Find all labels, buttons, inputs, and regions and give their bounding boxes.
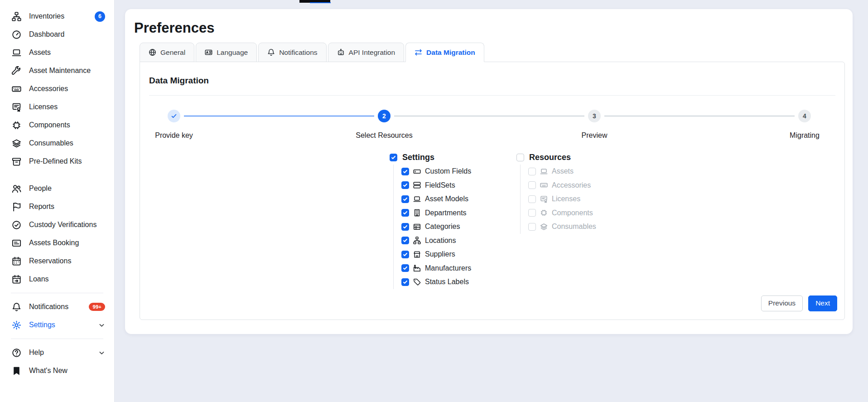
bell-icon: [12, 302, 21, 312]
chevron-down-icon: [98, 322, 105, 329]
sidebar-item-assets-booking[interactable]: Assets Booking: [0, 234, 114, 252]
archive-icon: [12, 157, 21, 166]
tab-language[interactable]: Language: [196, 43, 257, 62]
tree-item-consumables[interactable]: Consumables: [528, 220, 596, 234]
checkbox-manufacturers[interactable]: [401, 264, 409, 272]
tab-label: General: [160, 48, 185, 57]
checkbox-asset-models[interactable]: [401, 195, 409, 203]
tree-item-locations[interactable]: Locations: [401, 234, 471, 248]
tree-item-custom-fields[interactable]: Custom Fields: [401, 165, 471, 179]
checkbox-components[interactable]: [528, 209, 536, 217]
tree-item-categories[interactable]: Categories: [401, 220, 471, 234]
tab-notifications[interactable]: Notifications: [258, 43, 326, 62]
tree-item-label: Accessories: [552, 181, 591, 189]
sidebar-item-label: Licenses: [29, 103, 105, 111]
checkbox-assets[interactable]: [528, 168, 536, 175]
count-badge: 6: [95, 11, 105, 22]
sidebar: Inventories6DashboardAssetsAsset Mainten…: [0, 0, 115, 402]
sidebar-item-settings[interactable]: Settings: [0, 316, 114, 334]
checkbox-settings[interactable]: [390, 154, 397, 161]
laptop-icon: [413, 195, 421, 203]
browser-tab-fragment: [299, 0, 330, 3]
checkbox-accessories[interactable]: [528, 181, 536, 189]
checkbox-categories[interactable]: [401, 223, 409, 231]
sidebar-item-help[interactable]: Help: [0, 344, 114, 362]
tab-general[interactable]: General: [140, 43, 194, 62]
next-button[interactable]: Next: [808, 295, 837, 311]
step-number: 4: [803, 112, 806, 120]
check-icon: [403, 169, 408, 174]
tree-item-licenses[interactable]: Licenses: [528, 192, 596, 206]
group-row-resources[interactable]: Resources: [516, 151, 596, 164]
tab-label: Language: [217, 48, 248, 57]
preferences-tabs: GeneralLanguageNotificationsAPI Integrat…: [140, 43, 484, 62]
page-title: Preferences: [134, 20, 215, 36]
tree-item-departments[interactable]: Departments: [401, 206, 471, 220]
tree-item-asset-models[interactable]: Asset Models: [401, 192, 471, 206]
divider: [149, 95, 835, 96]
group-children: AssetsAccessoriesLicensesComponentsConsu…: [520, 165, 596, 234]
question-circle-icon: [12, 348, 21, 358]
sidebar-item-people[interactable]: People: [0, 179, 114, 198]
checkbox-status-labels[interactable]: [401, 278, 409, 286]
card-lines-icon: [12, 238, 21, 248]
resource-group-settings: SettingsCustom FieldsFieldSetsAsset Mode…: [390, 151, 471, 289]
sidebar-item-label: Pre-Defined Kits: [29, 157, 105, 165]
tree-item-status-labels[interactable]: Status Labels: [401, 275, 471, 289]
group-row-settings[interactable]: Settings: [390, 151, 471, 164]
sidebar-item-label: Reports: [29, 203, 105, 211]
sidebar-item-licenses[interactable]: Licenses: [0, 98, 114, 116]
checkbox-custom-fields[interactable]: [401, 168, 409, 175]
checkbox-licenses[interactable]: [528, 195, 536, 203]
bell-icon: [267, 48, 275, 56]
sidebar-item-inventories[interactable]: Inventories6: [0, 7, 114, 25]
sidebar-item-pre-defined-kits[interactable]: Pre-Defined Kits: [0, 152, 114, 170]
globe-icon: [149, 48, 156, 56]
step-label: Preview: [549, 131, 640, 140]
sidebar-item-asset-maintenance[interactable]: Asset Maintenance: [0, 62, 114, 80]
tree-item-accessories[interactable]: Accessories: [528, 179, 596, 193]
tree-item-components[interactable]: Components: [528, 206, 596, 220]
sidebar-item-label: Settings: [29, 321, 91, 329]
sidebar-item-consumables[interactable]: Consumables: [0, 134, 114, 152]
sidebar-item-components[interactable]: Components: [0, 116, 114, 134]
sidebar-item-dashboard[interactable]: Dashboard: [0, 25, 114, 44]
tab-api-integration[interactable]: API Integration: [328, 43, 405, 62]
sidebar-item-notifications[interactable]: Notifications99+: [0, 298, 114, 316]
tree-item-label: Consumables: [552, 223, 596, 231]
tree-item-label: Components: [552, 209, 593, 217]
swap-icon: [415, 48, 422, 56]
sitemap-icon: [413, 237, 421, 244]
checkbox-departments[interactable]: [401, 209, 409, 217]
sidebar-item-loans[interactable]: Loans: [0, 270, 114, 288]
sidebar-item-reservations[interactable]: Reservations: [0, 252, 114, 270]
tree-item-label: FieldSets: [425, 181, 455, 189]
chevron-down-icon: [98, 349, 105, 356]
checkbox-resources[interactable]: [516, 154, 524, 161]
sidebar-item-reports[interactable]: Reports: [0, 198, 114, 216]
step-label: Migrating: [759, 131, 850, 140]
tree-item-suppliers[interactable]: Suppliers: [401, 247, 471, 262]
tree-item-assets[interactable]: Assets: [528, 165, 596, 179]
sidebar-item-custody-verifications[interactable]: Custody Verifications: [0, 216, 114, 234]
sidebar-item-assets[interactable]: Assets: [0, 44, 114, 62]
sidebar-item-accessories[interactable]: Accessories: [0, 80, 114, 98]
tree-item-label: Categories: [425, 223, 460, 231]
check-icon: [403, 238, 408, 243]
resource-group-resources: ResourcesAssetsAccessoriesLicensesCompon…: [516, 151, 596, 234]
checkbox-fieldsets[interactable]: [401, 181, 409, 189]
tree-item-fieldsets[interactable]: FieldSets: [401, 179, 471, 193]
sidebar-item-label: Reservations: [29, 257, 105, 265]
checkbox-suppliers[interactable]: [401, 251, 409, 258]
checkbox-consumables[interactable]: [528, 223, 536, 231]
sidebar-item-label: What's New: [29, 367, 105, 375]
sidebar-item-label: Asset Maintenance: [29, 67, 105, 75]
step-connector: [184, 116, 374, 116]
checkbox-locations[interactable]: [401, 237, 409, 244]
tree-item-label: Locations: [425, 237, 456, 245]
step-connector: [604, 116, 795, 116]
sidebar-item-what-s-new[interactable]: What's New: [0, 362, 114, 380]
previous-button[interactable]: Previous: [761, 295, 803, 311]
tree-item-manufacturers[interactable]: Manufacturers: [401, 262, 471, 276]
tab-data-migration[interactable]: Data Migration: [405, 43, 484, 62]
